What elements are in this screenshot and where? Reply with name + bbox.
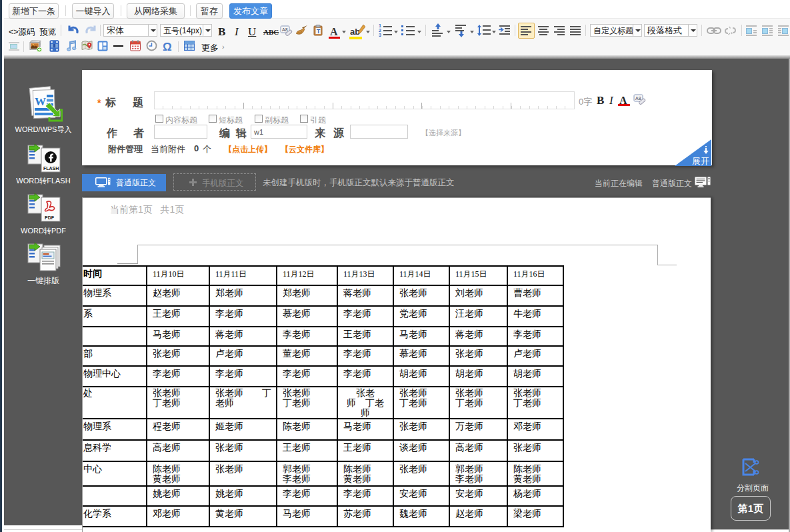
svg-text:W: W: [35, 95, 46, 108]
svg-text:FLASH: FLASH: [43, 166, 59, 171]
svg-text:A8: A8: [282, 27, 288, 32]
svg-text:A8: A8: [635, 96, 641, 101]
svg-text:T: T: [317, 28, 321, 35]
svg-text:PDF: PDF: [45, 215, 55, 220]
